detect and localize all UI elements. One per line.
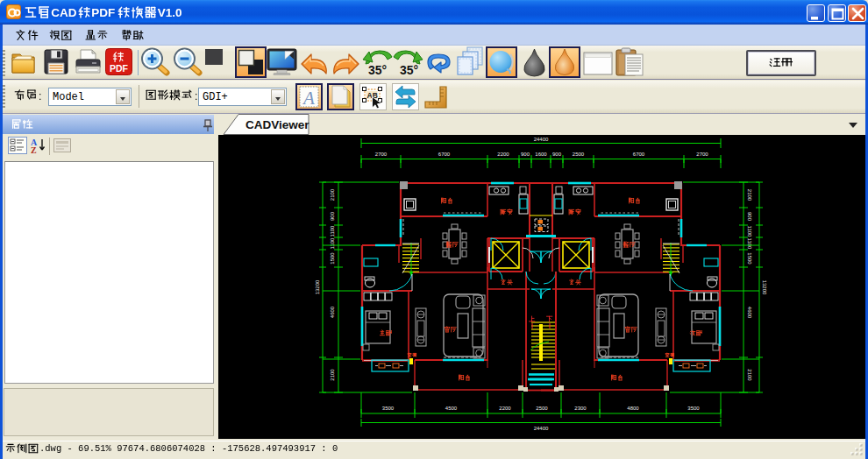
svg-text:4600: 4600 xyxy=(747,307,752,319)
svg-text:CADViewer: CADViewer xyxy=(245,118,309,131)
svg-text:900: 900 xyxy=(552,152,562,157)
svg-text:13200: 13200 xyxy=(762,280,767,295)
svg-text:1100: 1100 xyxy=(330,225,335,237)
svg-text:6700: 6700 xyxy=(633,152,645,157)
svg-text:35°: 35° xyxy=(400,63,418,76)
svg-text:2700: 2700 xyxy=(375,152,388,157)
svg-text:900: 900 xyxy=(330,211,335,221)
svg-text:1100: 1100 xyxy=(747,226,752,238)
svg-text:2200: 2200 xyxy=(499,406,511,411)
svg-text:13200: 13200 xyxy=(315,279,320,294)
svg-text:2500: 2500 xyxy=(536,406,548,411)
svg-text:PDF: PDF xyxy=(110,63,129,74)
svg-text:2100: 2100 xyxy=(330,188,335,201)
svg-text:2700: 2700 xyxy=(696,152,708,157)
svg-text:2300: 2300 xyxy=(574,406,587,411)
svg-text:1100: 1100 xyxy=(747,238,752,251)
svg-text:3500: 3500 xyxy=(687,406,700,411)
svg-text:2500: 2500 xyxy=(573,152,585,157)
svg-text:900: 900 xyxy=(747,212,752,222)
svg-text:2100: 2100 xyxy=(747,369,752,381)
svg-text:1100: 1100 xyxy=(330,237,335,250)
svg-text:2100: 2100 xyxy=(747,189,752,201)
svg-text:4500: 4500 xyxy=(445,406,458,411)
svg-text:900: 900 xyxy=(521,152,530,157)
svg-text:Z: Z xyxy=(31,145,37,155)
svg-text:4600: 4600 xyxy=(330,306,335,318)
svg-text:1500: 1500 xyxy=(747,252,752,265)
svg-text:4800: 4800 xyxy=(627,406,639,411)
svg-text:2100: 2100 xyxy=(330,369,335,381)
svg-text:2200: 2200 xyxy=(497,152,509,157)
svg-text:3500: 3500 xyxy=(382,406,395,411)
svg-text:1500: 1500 xyxy=(330,252,335,265)
svg-text:35°: 35° xyxy=(368,63,387,76)
svg-text:1600: 1600 xyxy=(535,152,547,157)
svg-text:24400: 24400 xyxy=(534,137,549,142)
svg-text:A: A xyxy=(302,88,315,109)
svg-text:6700: 6700 xyxy=(438,152,451,157)
svg-text:24400: 24400 xyxy=(534,426,549,431)
